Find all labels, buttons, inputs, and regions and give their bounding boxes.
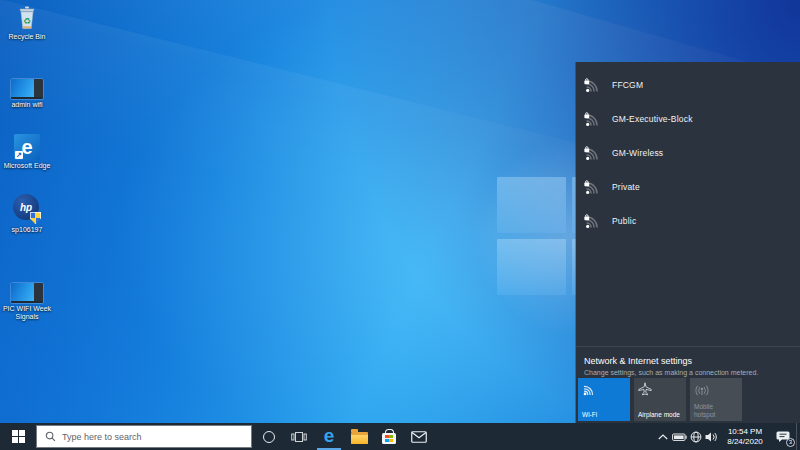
tile-label: Airplane mode	[638, 411, 680, 419]
desktop-icon-sp106197[interactable]: hp sp106197	[1, 194, 53, 234]
wifi-network-item-public[interactable]: Public	[576, 204, 800, 238]
clock-date: 8/24/2020	[722, 437, 768, 447]
windows-logo-pane	[497, 239, 566, 295]
desktop-icon-pic-wifi-week-signals[interactable]: PIC WIFI Week Signals	[1, 283, 53, 321]
search-input[interactable]	[62, 432, 237, 442]
wifi-network-list: FFCGM GM-Executive-Block GM-Wireless Pri…	[576, 62, 800, 238]
desktop-icon-label: Microsoft Edge	[4, 162, 51, 170]
wifi-network-item-ffcgm[interactable]: FFCGM	[576, 68, 800, 102]
desktop-icon-label: sp106197	[12, 226, 43, 234]
windows-desktop-screen: ♻ Recycle Bin admin wifi e ↗ Microsoft E…	[0, 0, 800, 450]
desktop-icon-label: PIC WIFI Week Signals	[1, 305, 53, 321]
chevron-up-icon	[658, 434, 668, 440]
desktop-icon-recycle-bin[interactable]: ♻ Recycle Bin	[1, 3, 53, 41]
flyout-separator	[576, 346, 800, 347]
wifi-secured-weak-signal-icon	[584, 146, 600, 161]
task-view-button[interactable]	[284, 423, 314, 450]
wifi-toggle-tile[interactable]: Wi-Fi	[578, 378, 630, 421]
desktop-icon-microsoft-edge[interactable]: e ↗ Microsoft Edge	[1, 134, 53, 170]
tile-label: Mobile hotspot	[694, 403, 734, 418]
network-internet-settings-link[interactable]: Network & Internet settings	[584, 356, 794, 366]
battery-icon	[672, 431, 687, 443]
taskbar-clock[interactable]: 10:54 PM 8/24/2020	[722, 427, 768, 446]
taskbar-app-icons: e	[254, 423, 434, 450]
wifi-network-item-gm-executive-block[interactable]: GM-Executive-Block	[576, 102, 800, 136]
action-center-button[interactable]: 3	[771, 423, 795, 450]
wifi-network-name: GM-Executive-Block	[612, 114, 693, 124]
task-view-icon	[291, 431, 307, 443]
wifi-icon	[582, 384, 595, 396]
wifi-network-item-private[interactable]: Private	[576, 170, 800, 204]
store-icon	[382, 433, 396, 444]
flyout-settings-section: Network & Internet settings Change setti…	[584, 356, 794, 376]
notification-badge: 3	[786, 438, 795, 447]
microsoft-logo-icon	[385, 435, 393, 443]
desktop-icon-admin-wifi[interactable]: admin wifi	[1, 79, 53, 109]
hp-installer-icon: hp	[12, 194, 42, 224]
wifi-secured-weak-signal-icon	[584, 112, 600, 127]
windows-logo-icon	[12, 430, 25, 443]
windows-logo-pane	[497, 177, 566, 233]
start-button[interactable]	[0, 423, 36, 450]
wifi-network-name: Public	[612, 216, 636, 226]
battery-tray-button[interactable]	[671, 423, 688, 450]
taskbar: e	[0, 423, 800, 450]
volume-tray-button[interactable]	[704, 423, 719, 450]
mail-button[interactable]	[404, 423, 434, 450]
mail-icon	[411, 431, 427, 443]
clock-time: 10:54 PM	[722, 427, 768, 437]
wifi-network-name: Private	[612, 182, 640, 192]
show-desktop-button[interactable]	[796, 423, 800, 450]
desktop-icon-label: admin wifi	[11, 101, 42, 109]
network-globe-icon	[690, 431, 702, 443]
network-tray-button[interactable]	[689, 423, 703, 450]
cortana-icon	[263, 431, 275, 443]
tile-label: Wi-Fi	[582, 411, 597, 419]
edge-icon: e ↗	[14, 134, 40, 160]
quick-action-tiles: Wi-Fi Airplane mode Mobile hotspot	[578, 378, 742, 421]
system-tray: 10:54 PM 8/24/2020 3	[656, 423, 800, 450]
recycle-bin-icon: ♻	[14, 3, 40, 31]
uac-shield-icon	[30, 212, 41, 224]
image-thumbnail-icon	[11, 79, 43, 99]
wifi-secured-weak-signal-icon	[584, 78, 600, 93]
image-thumbnail-icon	[11, 283, 43, 303]
mobile-hotspot-tile[interactable]: Mobile hotspot	[690, 378, 742, 421]
search-icon	[45, 431, 56, 442]
wifi-network-flyout: FFCGM GM-Executive-Block GM-Wireless Pri…	[576, 62, 800, 423]
settings-caption: Change settings, such as making a connec…	[584, 369, 794, 376]
wifi-secured-weak-signal-icon	[584, 180, 600, 195]
svg-text:♻: ♻	[23, 16, 31, 26]
speaker-icon	[705, 431, 718, 443]
taskbar-search[interactable]	[36, 425, 252, 448]
airplane-mode-tile[interactable]: Airplane mode	[634, 378, 686, 421]
wifi-network-name: FFCGM	[612, 80, 643, 90]
desktop-icon-label: Recycle Bin	[9, 33, 46, 41]
wifi-network-item-gm-wireless[interactable]: GM-Wireless	[576, 136, 800, 170]
cortana-button[interactable]	[254, 423, 284, 450]
file-explorer-icon	[351, 432, 368, 444]
tray-overflow-button[interactable]	[656, 423, 670, 450]
edge-taskbar-button[interactable]: e	[314, 423, 344, 450]
shortcut-arrow-overlay: ↗	[15, 151, 23, 159]
edge-icon: e	[324, 426, 335, 445]
wifi-network-name: GM-Wireless	[612, 148, 663, 158]
airplane-icon	[638, 382, 652, 396]
store-button[interactable]	[374, 423, 404, 450]
mobile-hotspot-icon	[694, 385, 710, 396]
file-explorer-button[interactable]	[344, 423, 374, 450]
wifi-secured-weak-signal-icon	[584, 214, 600, 229]
